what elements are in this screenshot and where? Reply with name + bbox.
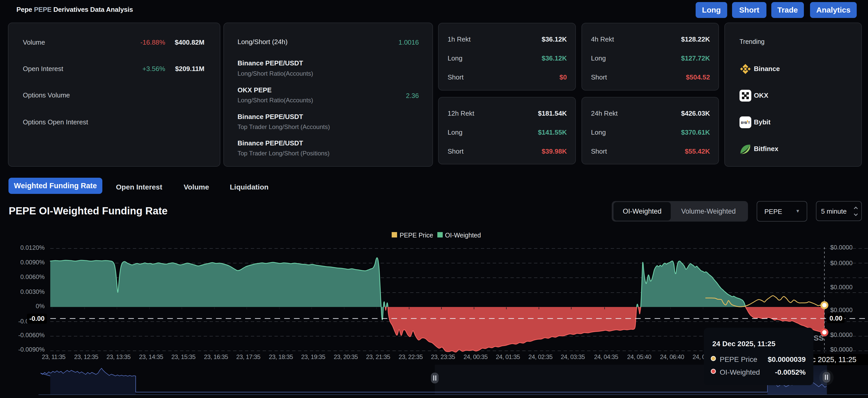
svg-text:BYB: BYB [741, 121, 747, 125]
svg-text:T: T [748, 121, 750, 125]
